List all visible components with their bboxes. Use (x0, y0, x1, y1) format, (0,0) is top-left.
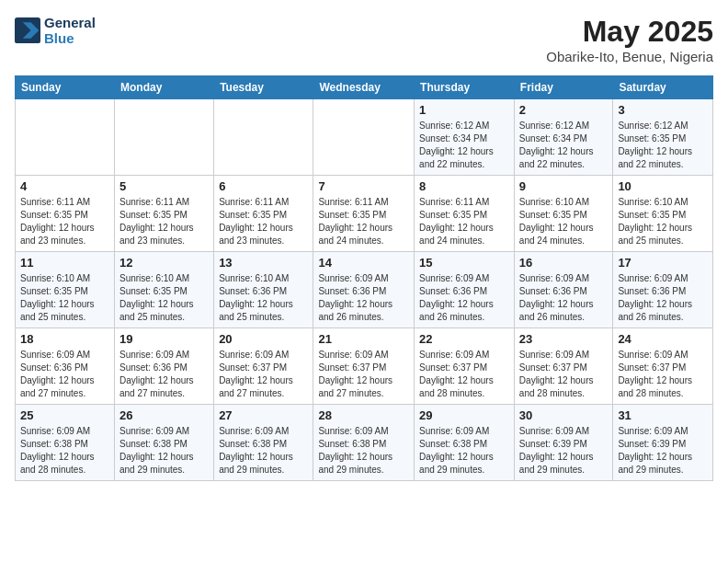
logo-line1: General (44, 15, 96, 30)
day-number: 10 (618, 179, 708, 193)
day-info: Sunrise: 6:11 AM Sunset: 6:35 PM Dayligh… (219, 196, 308, 247)
day-info: Sunrise: 6:09 AM Sunset: 6:39 PM Dayligh… (618, 425, 708, 477)
calendar-cell: 11Sunrise: 6:10 AM Sunset: 6:35 PM Dayli… (16, 252, 115, 328)
logo-line2: Blue (44, 30, 96, 46)
calendar-cell: 10Sunrise: 6:10 AM Sunset: 6:35 PM Dayli… (613, 176, 713, 252)
calendar-cell: 30Sunrise: 6:09 AM Sunset: 6:39 PM Dayli… (514, 405, 613, 481)
day-number: 9 (519, 179, 609, 193)
day-number: 3 (618, 103, 708, 117)
calendar-cell: 8Sunrise: 6:11 AM Sunset: 6:35 PM Daylig… (415, 176, 515, 252)
weekday-header: Wednesday (313, 76, 415, 99)
day-info: Sunrise: 6:11 AM Sunset: 6:35 PM Dayligh… (20, 196, 109, 247)
day-info: Sunrise: 6:11 AM Sunset: 6:35 PM Dayligh… (119, 196, 209, 247)
day-info: Sunrise: 6:09 AM Sunset: 6:36 PM Dayligh… (419, 272, 509, 324)
calendar-week-row: 1Sunrise: 6:12 AM Sunset: 6:34 PM Daylig… (16, 99, 713, 176)
day-number: 7 (318, 179, 409, 193)
weekday-header: Monday (114, 76, 213, 99)
day-info: Sunrise: 6:10 AM Sunset: 6:35 PM Dayligh… (20, 272, 109, 324)
day-number: 2 (519, 103, 609, 117)
day-info: Sunrise: 6:10 AM Sunset: 6:35 PM Dayligh… (119, 272, 209, 324)
day-info: Sunrise: 6:09 AM Sunset: 6:37 PM Dayligh… (318, 349, 409, 400)
day-info: Sunrise: 6:11 AM Sunset: 6:35 PM Dayligh… (318, 196, 409, 247)
day-number: 29 (419, 408, 509, 422)
day-info: Sunrise: 6:12 AM Sunset: 6:34 PM Dayligh… (419, 120, 509, 171)
calendar-cell: 16Sunrise: 6:09 AM Sunset: 6:36 PM Dayli… (514, 252, 613, 328)
day-number: 14 (318, 256, 409, 270)
day-number: 21 (318, 332, 409, 346)
calendar-cell: 14Sunrise: 6:09 AM Sunset: 6:36 PM Dayli… (313, 252, 415, 328)
day-number: 8 (419, 179, 509, 193)
calendar-week-row: 18Sunrise: 6:09 AM Sunset: 6:36 PM Dayli… (16, 328, 713, 405)
calendar-cell (114, 99, 213, 176)
calendar-cell: 7Sunrise: 6:11 AM Sunset: 6:35 PM Daylig… (313, 176, 415, 252)
day-info: Sunrise: 6:10 AM Sunset: 6:35 PM Dayligh… (618, 196, 708, 247)
day-number: 31 (618, 408, 708, 422)
calendar-cell: 26Sunrise: 6:09 AM Sunset: 6:38 PM Dayli… (114, 405, 213, 481)
day-number: 24 (618, 332, 708, 346)
month-title: May 2025 (546, 15, 713, 49)
calendar-header: SundayMondayTuesdayWednesdayThursdayFrid… (16, 76, 713, 99)
day-info: Sunrise: 6:09 AM Sunset: 6:38 PM Dayligh… (20, 425, 109, 477)
day-info: Sunrise: 6:09 AM Sunset: 6:37 PM Dayligh… (419, 349, 509, 400)
day-number: 11 (20, 256, 109, 270)
calendar-cell: 2Sunrise: 6:12 AM Sunset: 6:34 PM Daylig… (514, 99, 613, 176)
day-info: Sunrise: 6:09 AM Sunset: 6:37 PM Dayligh… (618, 349, 708, 400)
calendar-cell: 17Sunrise: 6:09 AM Sunset: 6:36 PM Dayli… (613, 252, 713, 328)
day-number: 18 (20, 332, 109, 346)
calendar-week-row: 25Sunrise: 6:09 AM Sunset: 6:38 PM Dayli… (16, 405, 713, 481)
weekday-header: Friday (514, 76, 613, 99)
logo-icon (15, 17, 40, 43)
day-info: Sunrise: 6:09 AM Sunset: 6:38 PM Dayligh… (419, 425, 509, 477)
calendar-cell: 19Sunrise: 6:09 AM Sunset: 6:36 PM Dayli… (114, 328, 213, 405)
day-info: Sunrise: 6:09 AM Sunset: 6:38 PM Dayligh… (318, 425, 409, 477)
day-number: 23 (519, 332, 609, 346)
calendar-cell: 31Sunrise: 6:09 AM Sunset: 6:39 PM Dayli… (613, 405, 713, 481)
day-number: 30 (519, 408, 609, 422)
day-info: Sunrise: 6:09 AM Sunset: 6:36 PM Dayligh… (618, 272, 708, 324)
day-info: Sunrise: 6:09 AM Sunset: 6:36 PM Dayligh… (318, 272, 409, 324)
day-info: Sunrise: 6:09 AM Sunset: 6:38 PM Dayligh… (219, 425, 308, 477)
calendar-cell: 22Sunrise: 6:09 AM Sunset: 6:37 PM Dayli… (415, 328, 515, 405)
calendar-cell: 28Sunrise: 6:09 AM Sunset: 6:38 PM Dayli… (313, 405, 415, 481)
day-info: Sunrise: 6:11 AM Sunset: 6:35 PM Dayligh… (419, 196, 509, 247)
calendar-cell: 13Sunrise: 6:10 AM Sunset: 6:36 PM Dayli… (214, 252, 313, 328)
calendar-cell: 25Sunrise: 6:09 AM Sunset: 6:38 PM Dayli… (16, 405, 115, 481)
calendar-table: SundayMondayTuesdayWednesdayThursdayFrid… (15, 75, 713, 481)
day-info: Sunrise: 6:09 AM Sunset: 6:36 PM Dayligh… (20, 349, 109, 400)
day-info: Sunrise: 6:09 AM Sunset: 6:36 PM Dayligh… (119, 349, 209, 400)
day-info: Sunrise: 6:10 AM Sunset: 6:35 PM Dayligh… (519, 196, 609, 247)
day-number: 12 (119, 256, 209, 270)
calendar-week-row: 11Sunrise: 6:10 AM Sunset: 6:35 PM Dayli… (16, 252, 713, 328)
day-number: 22 (419, 332, 509, 346)
weekday-header: Saturday (613, 76, 713, 99)
day-number: 28 (318, 408, 409, 422)
day-number: 4 (20, 179, 109, 193)
day-number: 17 (618, 256, 708, 270)
weekday-header: Thursday (415, 76, 515, 99)
day-info: Sunrise: 6:09 AM Sunset: 6:38 PM Dayligh… (119, 425, 209, 477)
day-number: 1 (419, 103, 509, 117)
calendar-cell (313, 99, 415, 176)
logo: General Blue (15, 15, 96, 46)
page-header: General Blue May 2025 Obarike-Ito, Benue… (15, 15, 713, 64)
calendar-cell: 15Sunrise: 6:09 AM Sunset: 6:36 PM Dayli… (415, 252, 515, 328)
calendar-cell: 1Sunrise: 6:12 AM Sunset: 6:34 PM Daylig… (415, 99, 515, 176)
day-number: 25 (20, 408, 109, 422)
calendar-week-row: 4Sunrise: 6:11 AM Sunset: 6:35 PM Daylig… (16, 176, 713, 252)
weekday-header: Tuesday (214, 76, 313, 99)
calendar-cell: 5Sunrise: 6:11 AM Sunset: 6:35 PM Daylig… (114, 176, 213, 252)
calendar-cell: 29Sunrise: 6:09 AM Sunset: 6:38 PM Dayli… (415, 405, 515, 481)
calendar-cell: 6Sunrise: 6:11 AM Sunset: 6:35 PM Daylig… (214, 176, 313, 252)
calendar-cell: 27Sunrise: 6:09 AM Sunset: 6:38 PM Dayli… (214, 405, 313, 481)
calendar-cell: 12Sunrise: 6:10 AM Sunset: 6:35 PM Dayli… (114, 252, 213, 328)
day-number: 20 (219, 332, 308, 346)
calendar-cell: 24Sunrise: 6:09 AM Sunset: 6:37 PM Dayli… (613, 328, 713, 405)
calendar-cell: 23Sunrise: 6:09 AM Sunset: 6:37 PM Dayli… (514, 328, 613, 405)
day-number: 16 (519, 256, 609, 270)
location-title: Obarike-Ito, Benue, Nigeria (546, 49, 713, 64)
day-info: Sunrise: 6:09 AM Sunset: 6:37 PM Dayligh… (519, 349, 609, 400)
day-info: Sunrise: 6:09 AM Sunset: 6:36 PM Dayligh… (519, 272, 609, 324)
day-info: Sunrise: 6:09 AM Sunset: 6:37 PM Dayligh… (219, 349, 308, 400)
day-number: 26 (119, 408, 209, 422)
calendar-cell: 18Sunrise: 6:09 AM Sunset: 6:36 PM Dayli… (16, 328, 115, 405)
